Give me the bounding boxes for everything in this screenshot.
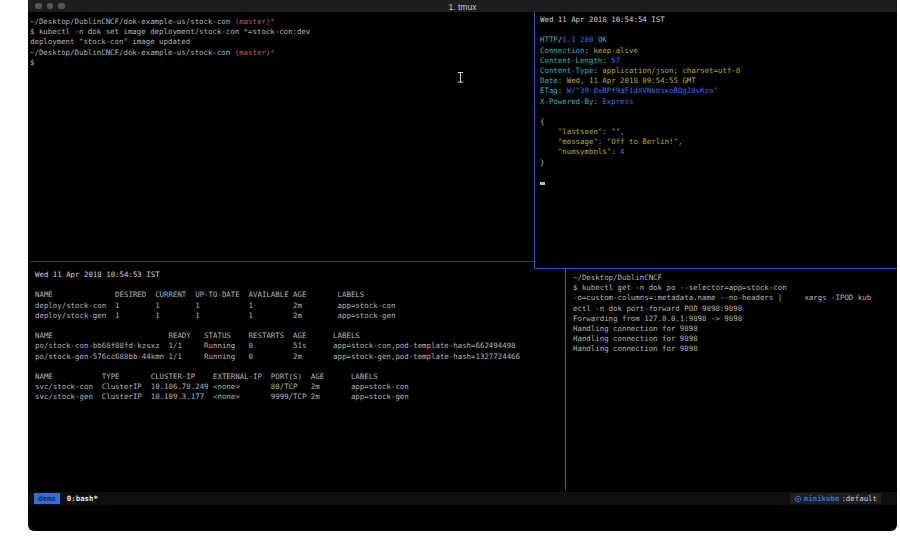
- terminal-line: svc/stock-con ClusterIP 10.106.78.249 <n…: [35, 382, 572, 392]
- terminal-line: [35, 362, 572, 372]
- text-segment: Handling connection for 9898: [573, 344, 698, 353]
- text-segment: Content-Length: [540, 56, 602, 65]
- terminal-line: {: [540, 117, 897, 127]
- text-segment: 4: [620, 147, 624, 156]
- text-segment: :: [558, 86, 567, 95]
- text-segment: OK: [598, 35, 607, 44]
- page-background: 1. tmux ~/Desktop/DublinCNCF/dok-example…: [0, 0, 900, 555]
- pane-border-horizontal-right[interactable]: [534, 268, 897, 269]
- pane-port-forward-bottom-right[interactable]: ~/Desktop/DublinCNCF$ kubectl get -n dok…: [569, 269, 897, 494]
- terminal-line: NAME READY STATUS RESTARTS AGE LABELS: [35, 331, 572, 341]
- terminal-line: ~/Desktop/DublinCNCF: [573, 273, 897, 283]
- text-segment: keep-alive: [593, 46, 638, 55]
- text-segment: NAME TYPE CLUSTER-IP EXTERNAL-IP PORT(S)…: [35, 372, 378, 381]
- text-segment: Wed, 11 Apr 2018 09:54:55 GMT: [567, 76, 696, 85]
- terminal-line: [540, 178, 897, 188]
- terminal-line: Forwarding from 127.0.0.1:9898 -> 9898: [573, 314, 897, 324]
- terminal-line: deploy/stock-con 1 1 1 1 2m app=stock-co…: [35, 301, 572, 311]
- text-segment: $: [30, 58, 34, 67]
- text-segment: :: [593, 97, 602, 106]
- text-segment: "message": [540, 137, 598, 146]
- mouse-ibeam-cursor: [458, 72, 463, 83]
- pane-border-vertical-bottom[interactable]: [565, 268, 566, 490]
- terminal-line: Wed 11 Apr 2018 10:54:54 IST: [540, 15, 897, 25]
- terminal-line: [35, 280, 572, 290]
- text-segment: HTTP: [540, 35, 558, 44]
- terminal-line: $ kubectl -n dok set image deployment/st…: [30, 27, 536, 37]
- text-segment: ,: [678, 137, 682, 146]
- text-segment: deployment "stock-con" image updated: [30, 37, 190, 46]
- terminal-line: ~/Desktop/DublinCNCF/dok-example-us/stoc…: [30, 17, 536, 27]
- kubernetes-icon: [794, 495, 802, 503]
- terminal-line: NAME DESIRED CURRENT UP-TO-DATE AVAILABL…: [35, 290, 572, 300]
- text-segment: deploy/stock-gen 1 1 1 1 2m app=stock-ge…: [35, 311, 395, 320]
- text-segment: :: [598, 137, 607, 146]
- text-segment: Handling connection for 9898: [573, 324, 698, 333]
- terminal-line: po/stock-gen-576cc688bb-44kmn 1/1 Runnin…: [35, 352, 572, 362]
- text-segment: "lastseen": [540, 127, 602, 136]
- text-segment: po/stock-gen-576cc688bb-44kmn 1/1 Runnin…: [35, 352, 520, 361]
- kube-namespace: :default: [841, 494, 877, 503]
- text-segment: -o=custom-columns=:metadata.name --no-he…: [573, 293, 871, 302]
- text-segment: :: [602, 56, 611, 65]
- terminal-line: Connection: keep-alive: [540, 46, 897, 56]
- text-segment: svc/stock-gen ClusterIP 10.109.3.177 <no…: [35, 392, 409, 401]
- text-segment: (master)*: [235, 17, 275, 26]
- text-segment: "numsymbols": [540, 147, 611, 156]
- text-segment: NAME READY STATUS RESTARTS AGE LABELS: [35, 331, 360, 340]
- terminal-line: ~/Desktop/DublinCNCF/dok-example-us/stoc…: [30, 48, 536, 58]
- terminal-line: "numsymbols": 4: [540, 147, 897, 157]
- terminal-line: -o=custom-columns=:metadata.name --no-he…: [573, 293, 897, 303]
- text-segment: svc/stock-con ClusterIP 10.106.78.249 <n…: [35, 382, 409, 391]
- terminal-line: svc/stock-gen ClusterIP 10.109.3.177 <no…: [35, 392, 572, 402]
- status-right: minikube :default: [790, 493, 881, 504]
- text-segment: deploy/stock-con 1 1 1 1 2m app=stock-co…: [35, 301, 395, 310]
- pane-shell-top-left[interactable]: ~/Desktop/DublinCNCF/dok-example-us/stoc…: [28, 12, 536, 264]
- terminal-line: Handling connection for 9898: [573, 334, 897, 344]
- text-segment: {: [540, 117, 544, 126]
- terminal-line: Handling connection for 9898: [573, 324, 897, 334]
- text-segment: application/json; charset=utf-8: [602, 66, 740, 75]
- window-title: 1. tmux: [28, 2, 897, 12]
- terminal-line: ectl -n dok port-forward POD 9898:9898: [573, 304, 897, 314]
- terminal-line: po/stock-con-bb68f88fd-kzsxz 1/1 Running…: [35, 341, 572, 351]
- text-segment: }: [540, 158, 544, 167]
- text-segment: $ kubectl get -n dok po --selector=app=s…: [573, 283, 787, 292]
- terminal-line: [35, 321, 572, 331]
- text-segment: ~/Desktop/DublinCNCF/dok-example-us/stoc…: [30, 48, 235, 57]
- text-segment: 57: [611, 56, 620, 65]
- terminal-line: $ kubectl get -n dok po --selector=app=s…: [573, 283, 897, 293]
- terminal-line: [540, 25, 897, 35]
- terminal-line: deploy/stock-gen 1 1 1 1 2m app=stock-ge…: [35, 311, 572, 321]
- terminal-line: Date: Wed, 11 Apr 2018 09:54:55 GMT: [540, 76, 897, 86]
- text-segment: :: [602, 127, 611, 136]
- text-segment: W/"39-0xBPf9aF1dXVNkhsxoBQgJ8vKzo": [567, 86, 718, 95]
- terminal-line: X-Powered-By: Express: [540, 97, 897, 107]
- terminal-line: "message": "Off to Berlin!",: [540, 137, 897, 147]
- session-name-badge: demo: [34, 493, 60, 504]
- text-segment: ~/Desktop/DublinCNCF/dok-example-us/stoc…: [30, 17, 235, 26]
- terminal-line: NAME TYPE CLUSTER-IP EXTERNAL-IP PORT(S)…: [35, 372, 572, 382]
- text-segment: ~/Desktop/DublinCNCF: [573, 273, 662, 282]
- text-segment: Content-Type: [540, 66, 593, 75]
- text-segment: ectl -n dok port-forward POD 9898:9898: [573, 304, 742, 313]
- pane-border-vertical-top[interactable]: [534, 12, 535, 269]
- text-segment: Handling connection for 9898: [573, 334, 698, 343]
- text-segment: Connection: [540, 46, 585, 55]
- tmux-status-bar: demo 0:bash* minikube :default: [28, 492, 897, 505]
- text-segment: NAME DESIRED CURRENT UP-TO-DATE AVAILABL…: [35, 290, 364, 299]
- window-tab-bash[interactable]: 0:bash*: [67, 494, 98, 503]
- terminal-line: "lastseen": "",: [540, 127, 897, 137]
- text-segment: X-Powered-By: [540, 97, 593, 106]
- text-segment: ,: [620, 127, 624, 136]
- terminal-line: $: [30, 58, 536, 68]
- text-segment: Wed 11 Apr 2018 10:54:54 IST: [540, 15, 665, 24]
- pane-http-response-top-right[interactable]: Wed 11 Apr 2018 10:54:54 IST HTTP/1.1 20…: [540, 12, 897, 270]
- text-segment: Wed 11 Apr 2018 10:54:53 IST: [35, 270, 160, 279]
- terminal-line: Content-Type: application/json; charset=…: [540, 66, 897, 76]
- text-segment: $ kubectl -n dok set image deployment/st…: [30, 27, 310, 36]
- terminal-line: HTTP/1.1 200 OK: [540, 35, 897, 45]
- pane-border-horizontal-left[interactable]: [30, 261, 534, 262]
- text-segment: po/stock-con-bb68f88fd-kzsxz 1/1 Running…: [35, 341, 516, 350]
- pane-kubectl-watch-bottom-left[interactable]: Wed 11 Apr 2018 10:54:53 IST NAME DESIRE…: [28, 264, 572, 496]
